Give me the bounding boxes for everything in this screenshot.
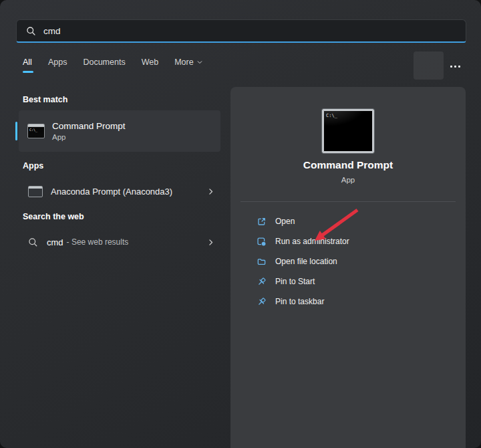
result-best-match-command-prompt[interactable]: Command Prompt App	[19, 110, 220, 152]
terminal-window-icon	[28, 186, 43, 197]
ellipsis-icon	[450, 66, 452, 68]
result-anaconda-prompt[interactable]: Anaconda Prompt (Anaconda3)	[19, 177, 220, 205]
action-pin-to-start[interactable]: Pin to Start	[230, 271, 466, 292]
preview-app-type: App	[230, 176, 466, 184]
action-pin-to-taskbar[interactable]: Pin to taskbar	[230, 292, 466, 312]
web-suffix-text: - See web results	[67, 237, 129, 247]
preview-card-command-prompt: Command Prompt App Open Run as administr…	[230, 87, 466, 448]
tab-apps[interactable]: Apps	[48, 58, 67, 73]
tab-more[interactable]: More	[174, 58, 202, 73]
pushpin-icon	[257, 277, 267, 287]
result-title: Anaconda Prompt (Anaconda3)	[51, 187, 172, 197]
section-header-apps: Apps	[23, 161, 43, 171]
action-open-file-location[interactable]: Open file location	[230, 251, 466, 271]
result-subtitle: App	[52, 133, 126, 141]
chevron-right-icon[interactable]	[206, 187, 215, 196]
command-prompt-icon	[27, 124, 45, 138]
toolbar-hover-highlight	[414, 51, 444, 80]
action-run-as-administrator[interactable]: Run as administrator	[230, 231, 466, 251]
preview-app-title: Command Prompt	[230, 159, 466, 171]
pushpin-icon	[257, 297, 267, 307]
divider	[240, 201, 456, 202]
search-box[interactable]	[16, 19, 466, 43]
action-open[interactable]: Open	[230, 211, 466, 231]
folder-icon	[257, 257, 267, 267]
result-title: Command Prompt	[52, 121, 126, 131]
search-flyout-panel: All Apps Documents Web More Best match C…	[0, 0, 481, 448]
section-header-best-match: Best match	[23, 95, 67, 104]
tab-documents[interactable]: Documents	[83, 58, 125, 73]
open-external-icon	[257, 217, 267, 227]
search-icon	[28, 237, 38, 247]
chevron-down-icon	[196, 59, 203, 66]
action-list: Open Run as administrator Open file loca…	[230, 211, 466, 312]
search-input[interactable]	[43, 26, 444, 36]
window-shield-icon	[257, 237, 267, 247]
selection-accent-bar	[15, 122, 17, 140]
section-header-search-the-web: Search the web	[23, 212, 84, 221]
search-filter-tabs: All Apps Documents Web More	[23, 58, 203, 73]
command-prompt-large-icon	[322, 109, 374, 153]
tab-all[interactable]: All	[23, 58, 32, 73]
search-icon	[26, 26, 36, 36]
web-query-text: cmd	[47, 237, 63, 247]
result-web-search-cmd[interactable]: cmd - See web results	[19, 228, 220, 256]
tab-web[interactable]: Web	[142, 58, 158, 73]
chevron-right-icon[interactable]	[206, 238, 215, 247]
more-options-button[interactable]	[445, 59, 465, 74]
